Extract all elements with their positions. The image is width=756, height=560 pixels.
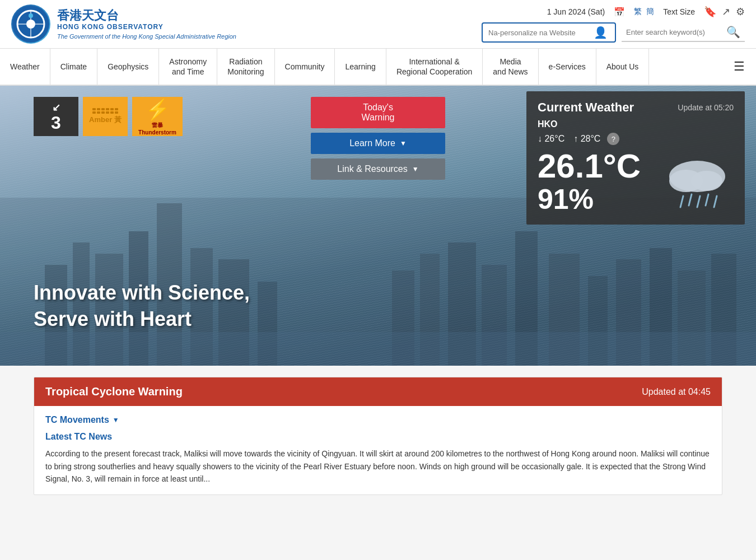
amber-label: Amber 黃 [89,115,122,125]
tc-movements-dropdown-icon: ▼ [113,416,119,424]
weather-body: 26.1°C 91% [538,150,734,216]
header-icons: 🔖 ↗ ⚙ [704,6,745,18]
nav-astronomy-line1: Astronomy [169,57,207,67]
cloud-rain-svg [661,154,734,216]
tc-news-text: According to the present forecast track,… [45,447,711,485]
nav-intl-line2: Regional Cooperation [396,67,472,77]
settings-icon[interactable]: ⚙ [736,6,745,18]
todays-warning-button[interactable]: Today's Warning [311,97,445,128]
weather-temp-min: ↓ 26°C [538,134,564,144]
nav-item-media[interactable]: Media and News [483,49,538,85]
svg-line-30 [680,196,683,207]
tc-body: TC Movements ▼ Latest TC News According … [34,406,722,494]
search-input[interactable] [626,28,723,36]
navigation: Weather Climate Geophysics Astronomy and… [0,49,756,86]
svg-line-32 [697,196,700,207]
weather-temperature: 26.1°C [538,150,641,183]
person-icon: 👤 [594,26,608,39]
tc-title: Tropical Cyclone Warning [45,385,183,398]
share-icon[interactable]: ↗ [722,6,730,18]
tc-header: Tropical Cyclone Warning Updated at 04:4… [34,377,722,406]
nav-item-weather[interactable]: Weather [0,49,50,85]
logo-chinese: 香港天文台 [57,8,236,23]
thunder-bolt-icon: ⚡ [145,98,170,122]
language-links: 繁 簡 [634,7,654,17]
dropdown-arrow-icon: ▼ [400,139,407,147]
nav-astronomy-line2: and Time [172,67,204,77]
weather-condition-icon [661,154,734,216]
header-inputs: 👤 🔍 [482,22,745,43]
tagline-line1: Innovate with Science, Serve with Heart [34,280,250,333]
weather-panel: Current Weather Update at 05:20 HKO ↓ 26… [526,91,745,225]
nav-item-community[interactable]: Community [275,49,335,85]
nav-radiation-line1: Radiation [229,57,262,67]
hero-section: ↙ 3 Amber 黃 ⚡ 雷暴Thunderstorm Today's War… [0,86,756,366]
svg-line-34 [714,196,717,207]
personalize-box[interactable]: 👤 [482,22,616,43]
amber-rainstorm-badge[interactable]: Amber 黃 [83,97,128,136]
svg-rect-26 [0,332,756,366]
nav-media-line1: Media [500,57,521,67]
nav-item-astronomy[interactable]: Astronomy and Time [159,49,217,85]
thunder-label: 雷暴Thunderstorm [138,122,176,136]
tc-latest-news-link[interactable]: Latest TC News [45,432,711,442]
nav-item-learning[interactable]: Learning [335,49,386,85]
amber-dots-icon [91,108,119,114]
header-right: 1 Jun 2024 (Sat) 📅 繁 簡 Text Size 🔖 ↗ ⚙ 👤… [482,6,745,43]
nav-spacer [649,49,722,85]
hero-tagline: Innovate with Science, Serve with Heart [34,280,250,333]
hero-buttons: Today's Warning Learn More ▼ Link & Reso… [311,97,445,180]
calendar-icon[interactable]: 📅 [614,7,625,17]
tc-movements-label: TC Movements [45,415,109,425]
nav-media-line2: and News [493,67,528,77]
link-resources-button[interactable]: Link & Resources ▼ [311,158,445,180]
hamburger-menu-icon[interactable]: ☰ [722,49,756,85]
signal-number: 3 [51,114,61,132]
nav-item-geophysics[interactable]: Geophysics [97,49,159,85]
warning-badges: ↙ 3 Amber 黃 ⚡ 雷暴Thunderstorm [34,97,183,136]
search-icon[interactable]: 🔍 [726,25,740,39]
nav-radiation-line2: Monitoring [227,67,264,77]
svg-point-29 [691,171,722,191]
dropdown-arrow-icon-2: ▼ [412,165,419,173]
logo-area: 香港天文台 HONG KONG OBSERVATORY The Governme… [11,4,236,44]
lang-simplified[interactable]: 簡 [646,7,654,17]
nav-item-climate[interactable]: Climate [50,49,97,85]
signal-arrow-icon: ↙ [52,101,60,114]
tc-updated: Updated at 04:45 [642,387,711,397]
learn-more-button[interactable]: Learn More ▼ [311,133,445,154]
weather-update-time: Update at 05:20 [678,103,734,112]
svg-line-31 [689,194,692,206]
help-icon[interactable]: ? [607,133,619,145]
text-size-button[interactable]: Text Size [663,7,695,16]
weather-temp-range: ↓ 26°C ↑ 28°C [538,134,600,144]
svg-point-5 [29,13,33,18]
header: 香港天文台 HONG KONG OBSERVATORY The Governme… [0,0,756,49]
logo-icon[interactable] [11,4,50,44]
weather-main-values: 26.1°C 91% [538,150,641,216]
weather-temp-max: ↑ 28°C [573,134,600,144]
gov-text: The Government of the Hong Kong Special … [57,33,236,40]
weather-humidity: 91% [538,183,641,216]
logo-text: 香港天文台 HONG KONG OBSERVATORY The Governme… [57,8,236,40]
nav-item-eservices[interactable]: e-Services [539,49,596,85]
weather-location: HKO [538,119,734,129]
tc-section: Tropical Cyclone Warning Updated at 04:4… [34,377,722,494]
nav-item-international[interactable]: International & Regional Cooperation [386,49,483,85]
nav-item-radiation[interactable]: Radiation Monitoring [217,49,274,85]
weather-panel-header: Current Weather Update at 05:20 [538,100,734,115]
svg-line-33 [706,194,708,206]
search-box[interactable]: 🔍 [622,23,745,42]
signal-3-badge[interactable]: ↙ 3 [34,97,78,136]
weather-panel-title: Current Weather [538,100,634,115]
lang-traditional[interactable]: 繁 [634,7,642,17]
header-top-row: 1 Jun 2024 (Sat) 📅 繁 簡 Text Size 🔖 ↗ ⚙ [547,6,745,18]
date-display: 1 Jun 2024 (Sat) [547,7,605,16]
personalize-input[interactable] [488,29,589,37]
nav-item-about[interactable]: About Us [596,49,650,85]
weather-minmax-row: ↓ 26°C ↑ 28°C ? [538,133,734,145]
bookmark-icon[interactable]: 🔖 [704,6,716,18]
logo-english: HONG KONG OBSERVATORY [57,23,236,31]
thunderstorm-badge[interactable]: ⚡ 雷暴Thunderstorm [132,97,183,136]
tc-movements-link[interactable]: TC Movements ▼ [45,415,711,425]
